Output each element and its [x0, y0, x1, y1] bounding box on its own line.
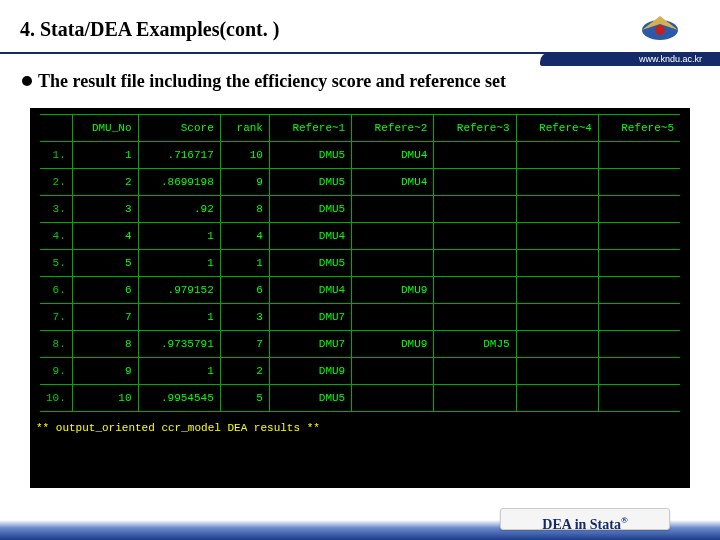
table-cell: DMU5	[269, 142, 351, 169]
table-cell	[598, 142, 680, 169]
table-cell	[434, 223, 516, 250]
stata-terminal: DMU_NoScorerankRefere~1Refere~2Refere~3R…	[30, 108, 690, 488]
row-number-cell: 9.	[40, 358, 72, 385]
row-number-cell: 8.	[40, 331, 72, 358]
slide-title: 4. Stata/DEA Examples(cont. )	[20, 18, 700, 41]
table-cell: .979152	[138, 277, 220, 304]
table-cell: DMU4	[352, 169, 434, 196]
table-cell: 1	[138, 304, 220, 331]
table-cell	[516, 331, 598, 358]
table-cell: .92	[138, 196, 220, 223]
table-cell: DMU4	[269, 223, 351, 250]
table-cell: 1	[72, 142, 138, 169]
table-row: 7.713DMU7	[40, 304, 680, 331]
slide-header: 4. Stata/DEA Examples(cont. )	[0, 0, 720, 47]
table-cell: 4	[72, 223, 138, 250]
table-cell	[434, 250, 516, 277]
table-cell	[598, 385, 680, 412]
title-underline	[0, 52, 720, 66]
table-cell	[516, 142, 598, 169]
table-cell	[598, 223, 680, 250]
table-cell	[598, 358, 680, 385]
table-cell	[598, 169, 680, 196]
table-row: 9.912DMU9	[40, 358, 680, 385]
column-header: rank	[220, 115, 269, 142]
table-row: 6.6.9791526DMU4DMU9	[40, 277, 680, 304]
table-cell: 3	[220, 304, 269, 331]
table-cell: DMJ5	[434, 331, 516, 358]
table-cell	[352, 304, 434, 331]
table-cell: .8699198	[138, 169, 220, 196]
table-cell	[516, 277, 598, 304]
table-cell: DMU7	[269, 331, 351, 358]
terminal-message: ** output_oriented ccr_model DEA results…	[30, 412, 690, 434]
table-cell: 3	[72, 196, 138, 223]
table-cell: 1	[138, 358, 220, 385]
column-header: Score	[138, 115, 220, 142]
row-number-cell: 4.	[40, 223, 72, 250]
table-row: 3.3.928DMU5	[40, 196, 680, 223]
table-cell: 9	[72, 358, 138, 385]
row-number-cell: 10.	[40, 385, 72, 412]
row-number-cell: 6.	[40, 277, 72, 304]
table-cell: 7	[72, 304, 138, 331]
header-url: www.kndu.ac.kr	[639, 54, 702, 64]
table-cell: 6	[72, 277, 138, 304]
row-number-header	[40, 115, 72, 142]
table-cell: 10	[72, 385, 138, 412]
footer-label: DEA in Stata	[542, 517, 621, 532]
table-cell	[352, 250, 434, 277]
table-row: 8.8.97357917DMU7DMU9DMJ5	[40, 331, 680, 358]
table-cell	[352, 196, 434, 223]
table-cell	[516, 196, 598, 223]
table-cell: .716717	[138, 142, 220, 169]
table-cell	[434, 196, 516, 223]
table-row: 2.2.86991989DMU5DMU4	[40, 169, 680, 196]
table-cell	[434, 304, 516, 331]
table-cell	[598, 304, 680, 331]
table-cell	[598, 250, 680, 277]
table-cell	[434, 385, 516, 412]
kndu-logo-icon	[638, 10, 682, 46]
table-cell: DMU5	[269, 250, 351, 277]
bullet-icon	[22, 76, 32, 86]
table-cell	[516, 385, 598, 412]
table-cell	[516, 358, 598, 385]
table-cell	[434, 358, 516, 385]
svg-point-1	[655, 25, 665, 35]
results-table: DMU_NoScorerankRefere~1Refere~2Refere~3R…	[40, 114, 680, 412]
table-cell: 1	[138, 223, 220, 250]
table-cell: DMU7	[269, 304, 351, 331]
table-cell: 6	[220, 277, 269, 304]
table-row: 1.1.71671710DMU5DMU4	[40, 142, 680, 169]
table-cell	[598, 331, 680, 358]
table-cell	[352, 358, 434, 385]
table-cell	[516, 250, 598, 277]
table-cell: DMU4	[352, 142, 434, 169]
table-cell: 7	[220, 331, 269, 358]
column-header: Refere~5	[598, 115, 680, 142]
table-cell: 9	[220, 169, 269, 196]
table-cell: 2	[220, 358, 269, 385]
table-cell: 1	[220, 250, 269, 277]
row-number-cell: 2.	[40, 169, 72, 196]
table-row: 10.10.99545455DMU5	[40, 385, 680, 412]
table-cell	[352, 223, 434, 250]
table-cell: 4	[220, 223, 269, 250]
table-cell: 5	[220, 385, 269, 412]
bullet-heading: The result file including the efficiency…	[22, 71, 698, 92]
row-number-cell: 3.	[40, 196, 72, 223]
registered-icon: ®	[621, 515, 628, 525]
table-cell: 8	[220, 196, 269, 223]
table-cell: DMU9	[352, 331, 434, 358]
table-row: 5.511DMU5	[40, 250, 680, 277]
table-cell: 8	[72, 331, 138, 358]
table-cell: DMU5	[269, 169, 351, 196]
table-cell	[434, 277, 516, 304]
table-cell: DMU9	[352, 277, 434, 304]
table-cell: 5	[72, 250, 138, 277]
table-cell	[516, 169, 598, 196]
table-cell: 1	[138, 250, 220, 277]
table-cell: .9954545	[138, 385, 220, 412]
slide-footer: DEA in Stata®	[0, 506, 720, 540]
